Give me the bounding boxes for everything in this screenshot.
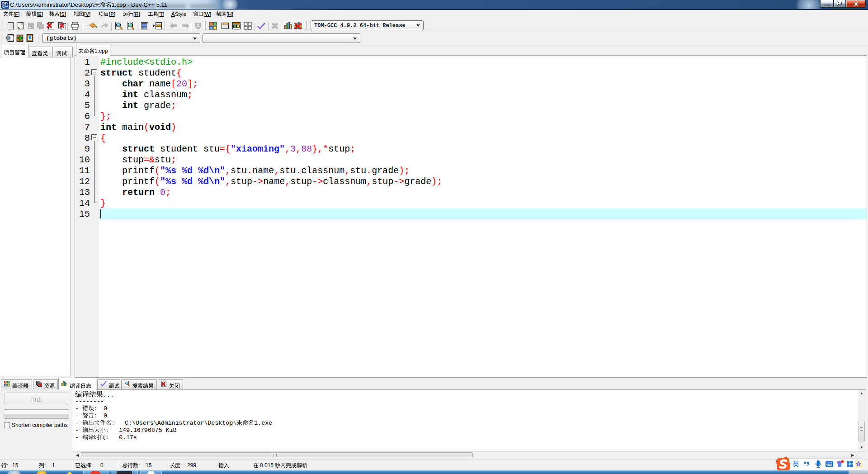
- svg-text:C++: C++: [2, 5, 8, 8]
- svg-text:DEV: DEV: [2, 2, 9, 5]
